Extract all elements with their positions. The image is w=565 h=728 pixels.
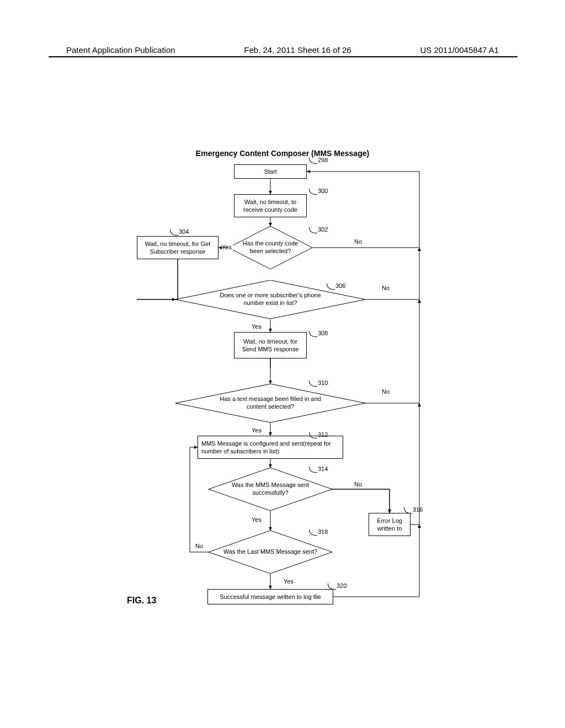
label-318-no: No xyxy=(194,543,204,549)
box-start-text: Start xyxy=(264,168,276,175)
box-320-text: Successful message written to log file xyxy=(220,593,321,601)
label-314-no: No xyxy=(353,481,363,488)
diamond-314: Was the MMS Message sent successfully? xyxy=(209,468,332,511)
box-start: Start xyxy=(234,164,307,179)
box-304-text: Wait, no timeout, for Get Subscriber res… xyxy=(141,240,215,256)
label-302-yes: Yes xyxy=(221,244,233,250)
box-316: Error Log written to xyxy=(369,513,411,536)
diamond-306-text: Does one or more subscriber's phone numb… xyxy=(214,292,327,307)
label-306-no: No xyxy=(381,285,391,291)
diamond-314-text: Was the MMS Message sent successfully? xyxy=(221,481,319,497)
label-314-yes: Yes xyxy=(250,516,263,523)
diamond-310: Has a text message been filled in and co… xyxy=(175,384,365,422)
label-306-yes: Yes xyxy=(250,323,263,330)
label-302-no: No xyxy=(353,238,363,245)
header-rule xyxy=(49,56,518,57)
ref-302: 302 xyxy=(318,226,328,233)
diamond-318-text: Was the Last MMS Message sent? xyxy=(221,548,319,556)
ref-308: 308 xyxy=(318,330,328,336)
box-308: Wait, no timeout, for Send MMS response xyxy=(234,332,307,358)
diamond-302: Has the county code been selected? xyxy=(228,226,312,269)
diagram-title: Emergency Content Composer (MMS Message) xyxy=(0,149,565,158)
box-308-text: Wait, no timeout, for Send MMS response xyxy=(238,338,303,354)
label-318-yes: Yes xyxy=(282,578,295,585)
ref-306: 306 xyxy=(335,282,345,289)
diamond-302-text: Has the county code been selected? xyxy=(237,240,304,255)
header-left: Patent Application Publication xyxy=(66,45,175,55)
ref-312: 312 xyxy=(318,431,328,438)
header-right: US 2011/0045847 A1 xyxy=(420,45,499,55)
label-310-no: No xyxy=(381,388,391,395)
box-312-text: MMS Message is configured and sent(repea… xyxy=(201,440,339,456)
box-320: Successful message written to log file xyxy=(207,589,333,604)
box-316-text: Error Log written to xyxy=(372,517,407,533)
page-header: Patent Application Publication Feb. 24, … xyxy=(0,45,565,55)
figure-label: FIG. 13 xyxy=(127,596,156,606)
ref-320: 320 xyxy=(337,582,347,589)
box-304: Wait, no timeout, for Get Subscriber res… xyxy=(137,236,218,259)
box-300: Wait, no timeout, to receive county code xyxy=(234,194,307,217)
diamond-310-text: Has a text message been filled in and co… xyxy=(214,395,327,411)
connector-lines xyxy=(0,0,565,728)
ref-314: 314 xyxy=(318,465,328,472)
ref-310: 310 xyxy=(318,379,328,386)
label-310-yes: Yes xyxy=(250,427,263,433)
ref-298: 298 xyxy=(318,157,328,163)
ref-304: 304 xyxy=(179,228,189,235)
ref-300: 300 xyxy=(318,188,328,194)
ref-316: 316 xyxy=(413,506,423,513)
diamond-318: Was the Last MMS Message sent? xyxy=(209,531,332,574)
box-300-text: Wait, no timeout, to receive county code xyxy=(238,198,303,214)
box-312: MMS Message is configured and sent(repea… xyxy=(198,436,343,459)
header-center: Feb. 24, 2011 Sheet 16 of 26 xyxy=(244,45,351,55)
ref-318: 318 xyxy=(318,528,328,535)
